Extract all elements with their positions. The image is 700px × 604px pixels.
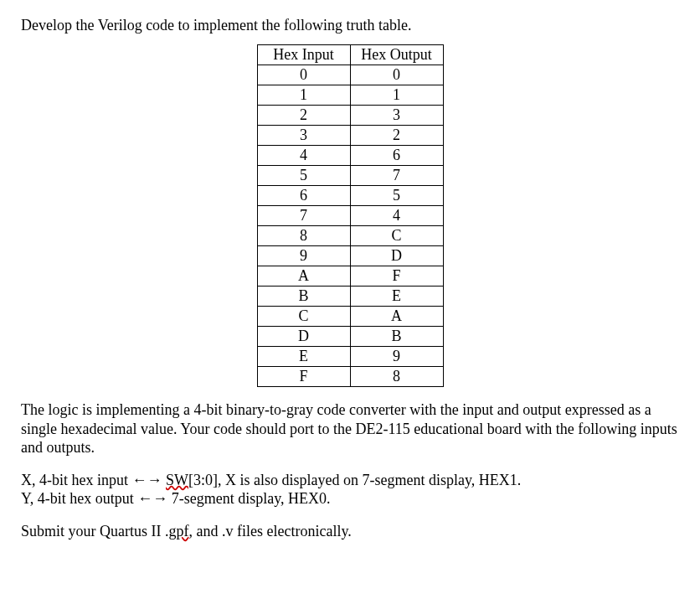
cell-output: 0 bbox=[350, 65, 443, 85]
table-row: 8C bbox=[257, 226, 443, 246]
submit-prefix: Submit your Quartus II . bbox=[21, 523, 168, 539]
table-header-row: Hex Input Hex Output bbox=[257, 45, 443, 65]
table-row: 65 bbox=[257, 186, 443, 206]
cell-output: 5 bbox=[350, 186, 443, 206]
cell-output: E bbox=[350, 287, 443, 307]
table-row: F8 bbox=[257, 367, 443, 387]
intro-text: Develop the Verilog code to implement th… bbox=[21, 17, 679, 34]
table-row: 32 bbox=[257, 126, 443, 146]
cell-input: F bbox=[257, 367, 350, 387]
cell-output: 6 bbox=[350, 146, 443, 166]
cell-input: 3 bbox=[257, 126, 350, 146]
io-y-line: Y, 4-bit hex output ←→ 7-segment display… bbox=[21, 489, 679, 508]
submit-gpf: gpf bbox=[168, 523, 188, 539]
cell-input: A bbox=[257, 266, 350, 287]
cell-output: 2 bbox=[350, 126, 443, 146]
table-row: 57 bbox=[257, 166, 443, 186]
io-spec: X, 4-bit hex input ←→ SW[3:0], X is also… bbox=[21, 471, 679, 508]
cell-input: D bbox=[257, 327, 350, 347]
table-row: 46 bbox=[257, 146, 443, 166]
table-row: CA bbox=[257, 307, 443, 327]
cell-input: 6 bbox=[257, 186, 350, 206]
table-row: 23 bbox=[257, 106, 443, 126]
io-y-prefix: Y, 4-bit hex output bbox=[21, 490, 137, 507]
cell-output: 1 bbox=[350, 85, 443, 106]
cell-output: F bbox=[350, 266, 443, 287]
cell-output: C bbox=[350, 226, 443, 246]
table-row: AF bbox=[257, 266, 443, 287]
table-row: DB bbox=[257, 327, 443, 347]
table-row: 9D bbox=[257, 246, 443, 266]
table-row: 00 bbox=[257, 65, 443, 85]
cell-input: 4 bbox=[257, 146, 350, 166]
col-header-input: Hex Input bbox=[257, 45, 350, 65]
table-row: 74 bbox=[257, 206, 443, 226]
cell-output: 4 bbox=[350, 206, 443, 226]
description-text: The logic is implementing a 4-bit binary… bbox=[21, 400, 679, 457]
cell-input: 7 bbox=[257, 206, 350, 226]
cell-input: 5 bbox=[257, 166, 350, 186]
cell-input: 8 bbox=[257, 226, 350, 246]
submit-suffix: , and .v files electronically. bbox=[188, 523, 351, 539]
io-x-suffix: 3:0], X is also displayed on 7-segment d… bbox=[193, 472, 521, 488]
cell-output: B bbox=[350, 327, 443, 347]
cell-output: 9 bbox=[350, 347, 443, 367]
io-x-prefix: X, 4-bit hex input bbox=[21, 472, 132, 488]
col-header-output: Hex Output bbox=[350, 45, 443, 65]
table-row: 11 bbox=[257, 85, 443, 106]
table-row: E9 bbox=[257, 347, 443, 367]
cell-output: 3 bbox=[350, 106, 443, 126]
cell-output: A bbox=[350, 307, 443, 327]
cell-input: 1 bbox=[257, 85, 350, 106]
cell-input: 0 bbox=[257, 65, 350, 85]
cell-output: 8 bbox=[350, 367, 443, 387]
cell-input: C bbox=[257, 307, 350, 327]
io-y-suffix: 7-segment display, HEX0. bbox=[167, 490, 330, 507]
cell-output: 7 bbox=[350, 166, 443, 186]
cell-input: E bbox=[257, 347, 350, 367]
bidir-arrow-icon: ←→ bbox=[137, 490, 167, 507]
io-x-line: X, 4-bit hex input ←→ SW[3:0], X is also… bbox=[21, 471, 679, 490]
table-row: BE bbox=[257, 287, 443, 307]
bidir-arrow-icon: ←→ bbox=[132, 472, 162, 488]
cell-input: 2 bbox=[257, 106, 350, 126]
cell-input: 9 bbox=[257, 246, 350, 266]
io-x-sw: SW[ bbox=[166, 472, 193, 488]
cell-output: D bbox=[350, 246, 443, 266]
submit-text: Submit your Quartus II .gpf, and .v file… bbox=[21, 522, 679, 541]
cell-input: B bbox=[257, 287, 350, 307]
truth-table: Hex Input Hex Output 00112332465765748C9… bbox=[257, 44, 444, 387]
